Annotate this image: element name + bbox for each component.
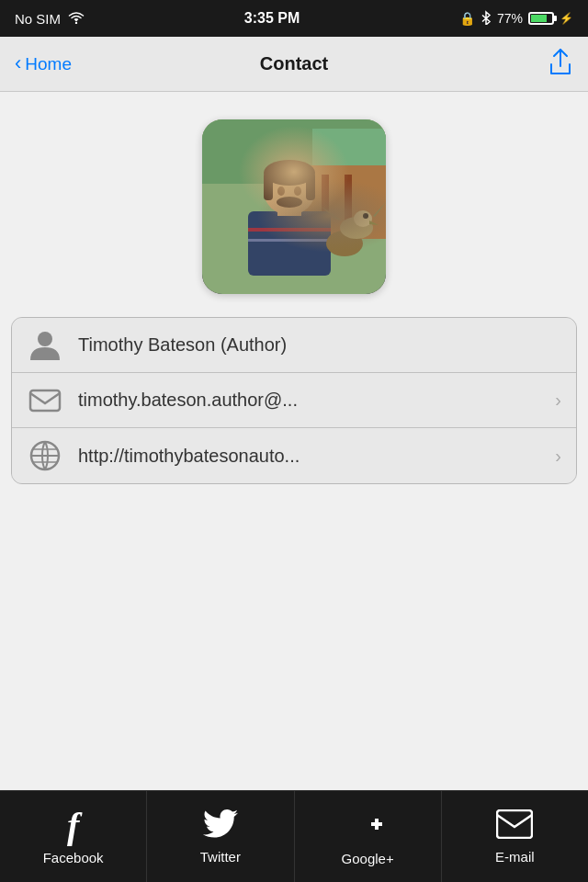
back-button[interactable]: ‹ Home: [15, 54, 72, 74]
svg-point-17: [277, 197, 302, 208]
googleplus-icon: [351, 808, 384, 845]
contact-name: Timothy Bateson (Author): [78, 334, 561, 356]
carrier-label: No SIM: [15, 11, 61, 27]
avatar: [202, 119, 386, 294]
svg-rect-3: [312, 129, 386, 184]
website-row[interactable]: http://timothybatesonauto... ›: [12, 428, 576, 483]
contact-website: http://timothybatesonauto...: [78, 446, 540, 467]
status-carrier-wifi: No SIM: [15, 11, 85, 27]
svg-point-0: [75, 21, 77, 23]
avatar-photo: [202, 119, 386, 294]
facebook-icon: f: [67, 808, 79, 844]
svg-point-21: [363, 213, 368, 219]
website-chevron-icon: ›: [555, 446, 561, 467]
tab-twitter-label: Twitter: [200, 849, 241, 865]
status-bar: No SIM 3:35 PM 🔒 77% ⚡: [0, 0, 588, 37]
svg-rect-4: [294, 165, 386, 239]
svg-point-19: [340, 217, 373, 239]
email-tab-icon: [496, 809, 533, 843]
tab-twitter[interactable]: Twitter: [147, 791, 294, 882]
tab-bar: f Facebook Twitter Google+ E-mail: [0, 790, 588, 882]
svg-point-16: [294, 187, 301, 196]
back-label: Home: [25, 54, 72, 74]
person-icon: [27, 327, 63, 364]
svg-rect-13: [264, 173, 273, 200]
svg-rect-8: [248, 228, 331, 232]
contact-email: timothy.bateson.author@...: [78, 390, 540, 411]
svg-rect-25: [497, 810, 532, 838]
status-time: 3:35 PM: [244, 10, 300, 27]
lock-icon: 🔒: [459, 11, 475, 26]
battery-pct: 77%: [497, 11, 523, 26]
svg-rect-1: [202, 119, 386, 294]
email-row[interactable]: timothy.bateson.author@... ›: [12, 373, 576, 428]
share-button[interactable]: [548, 48, 573, 81]
tab-facebook-label: Facebook: [43, 850, 104, 865]
svg-rect-6: [345, 175, 352, 230]
tab-email[interactable]: E-mail: [442, 791, 588, 882]
svg-point-18: [326, 231, 363, 256]
status-icons: 🔒 77% ⚡: [459, 10, 573, 28]
contact-list: Timothy Bateson (Author) timothy.bateson…: [11, 317, 577, 484]
svg-rect-14: [306, 173, 315, 200]
tab-googleplus-label: Google+: [342, 851, 394, 866]
tab-email-label: E-mail: [495, 849, 535, 865]
charging-icon: ⚡: [560, 12, 573, 25]
svg-rect-5: [322, 175, 329, 230]
tab-googleplus[interactable]: Google+: [295, 791, 442, 882]
back-chevron-icon: ‹: [15, 53, 21, 74]
svg-point-11: [264, 167, 315, 215]
twitter-icon: [203, 809, 238, 843]
svg-point-15: [277, 187, 285, 196]
wifi-icon: [68, 11, 85, 27]
navigation-bar: ‹ Home Contact: [0, 37, 588, 92]
svg-rect-10: [277, 198, 301, 216]
page-title: Contact: [260, 53, 328, 74]
svg-rect-9: [248, 239, 331, 242]
bluetooth-icon: [481, 10, 492, 28]
email-chevron-icon: ›: [555, 390, 561, 411]
tab-facebook[interactable]: f Facebook: [0, 791, 147, 882]
email-icon: [27, 382, 63, 419]
battery-icon: [528, 12, 554, 25]
svg-rect-23: [30, 390, 60, 411]
svg-point-20: [354, 210, 372, 227]
svg-point-22: [38, 332, 52, 346]
globe-icon: [27, 437, 63, 474]
name-row: Timothy Bateson (Author): [12, 318, 576, 373]
avatar-container: [0, 92, 588, 317]
main-content: Timothy Bateson (Author) timothy.bateson…: [0, 92, 588, 790]
svg-rect-7: [248, 211, 331, 276]
svg-point-12: [264, 160, 315, 186]
svg-rect-2: [202, 119, 386, 184]
